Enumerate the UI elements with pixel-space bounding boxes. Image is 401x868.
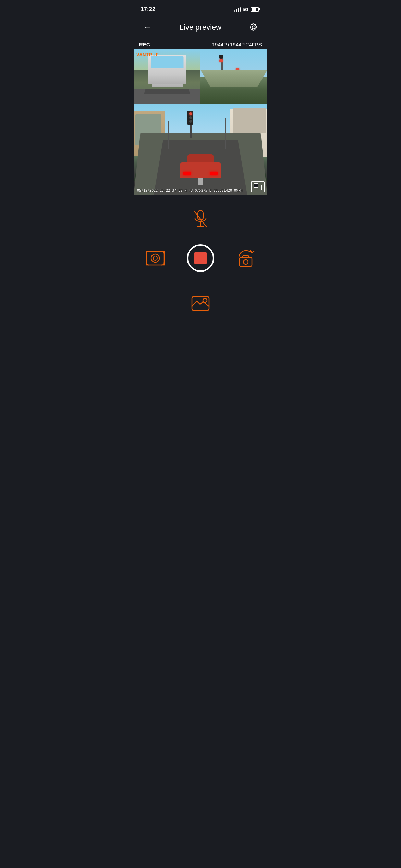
mic-muted-button[interactable] (192, 209, 209, 231)
svg-point-12 (203, 298, 207, 302)
red-car (178, 154, 223, 178)
main-camera-image (134, 104, 267, 195)
vantrue-logo: VANTRUE (136, 52, 159, 57)
gear-icon (249, 23, 258, 32)
vantrue-van-text: VAN (136, 52, 146, 57)
status-bar: 17:22 5G (134, 0, 267, 17)
screenshot-icon (145, 248, 166, 268)
header: ← Live preview (134, 17, 267, 39)
svg-rect-6 (146, 251, 164, 265)
expand-button[interactable] (251, 181, 265, 192)
back-button[interactable]: ← (141, 21, 154, 34)
status-time: 17:22 (141, 6, 155, 13)
flip-camera-icon (235, 248, 256, 268)
record-stop-icon (194, 252, 207, 264)
top-cameras-row: VANTRUE (134, 49, 267, 104)
camera-preview[interactable]: VANTRUE (134, 49, 267, 195)
gallery-icon (190, 293, 211, 314)
flip-camera-button[interactable] (235, 247, 257, 269)
signal-bars-icon (234, 7, 241, 12)
battery-icon (251, 7, 260, 12)
recording-info-bar: REC 1944P+1944P 24FPS (134, 39, 267, 49)
page-title: Live preview (180, 23, 221, 32)
network-type-label: 5G (243, 7, 248, 12)
back-arrow-icon: ← (143, 23, 151, 32)
svg-point-7 (151, 254, 159, 262)
controls-area (134, 195, 267, 325)
side-camera-image (200, 49, 267, 104)
settings-button[interactable] (247, 21, 260, 34)
screenshot-button[interactable] (144, 247, 166, 269)
record-button[interactable] (187, 244, 214, 272)
timestamp-overlay: 09/12/2022 17:22:37 E2 N 43.075275 E 25.… (137, 189, 242, 192)
expand-icon (253, 183, 262, 191)
vantrue-true-text: TRUE (146, 52, 159, 57)
front-camera-preview[interactable]: VANTRUE (134, 49, 200, 104)
svg-point-8 (153, 256, 157, 260)
rec-label: REC (139, 41, 150, 47)
main-controls-row (144, 244, 257, 272)
main-camera-preview[interactable]: 09/12/2022 17:22:37 E2 N 43.075275 E 25.… (134, 104, 267, 195)
status-icons: 5G (234, 7, 260, 12)
front-camera-image (134, 49, 200, 104)
svg-rect-1 (254, 184, 258, 187)
gallery-button[interactable] (190, 292, 211, 314)
resolution-label: 1944P+1944P 24FPS (212, 41, 262, 47)
svg-point-10 (243, 260, 248, 264)
mic-muted-icon (192, 209, 209, 229)
side-camera-preview[interactable] (200, 49, 267, 104)
svg-rect-9 (240, 257, 252, 266)
